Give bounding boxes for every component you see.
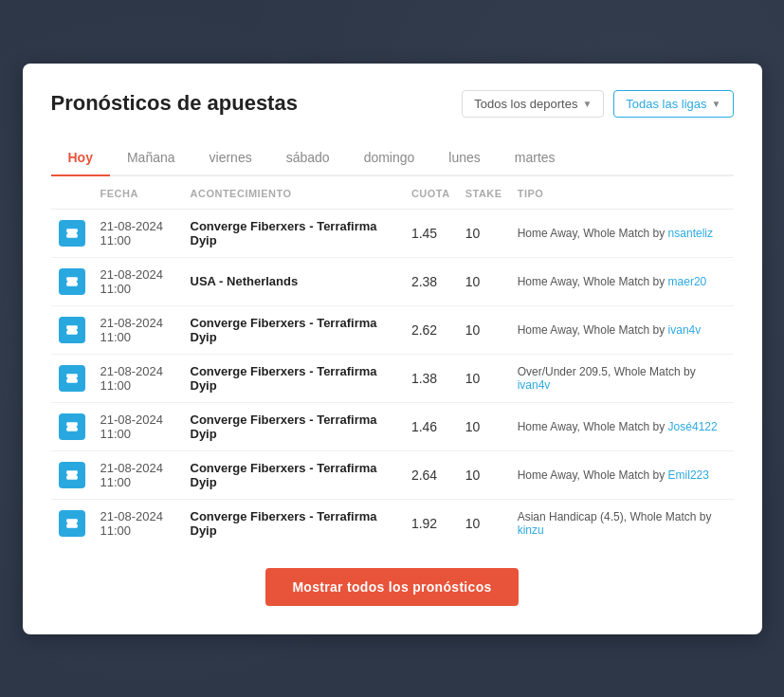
col-cuota: CUOTA <box>404 176 458 210</box>
sports-filter-button[interactable]: Todos los deportes ▼ <box>462 90 604 118</box>
tab-viernes[interactable]: viernes <box>192 140 269 176</box>
tab-sabado[interactable]: sábado <box>269 140 347 176</box>
main-card: Pronósticos de apuestas Todos los deport… <box>23 64 762 634</box>
user-link[interactable]: ivan4v <box>668 323 702 337</box>
col-stake: STAKE <box>458 176 510 210</box>
table-body: 21-08-202411:00Converge Fiberxers - Terr… <box>51 209 734 547</box>
user-link[interactable]: ivan4v <box>518 378 551 392</box>
table-row: 21-08-202411:00Converge Fiberxers - Terr… <box>51 209 734 257</box>
event-date: 21-08-202411:00 <box>93 305 183 354</box>
col-acontecimiento: ACONTECIMIENTO <box>183 176 404 210</box>
user-link[interactable]: kinzu <box>518 523 544 537</box>
tab-martes[interactable]: martes <box>498 140 573 176</box>
ticket-icon-cell <box>51 354 93 402</box>
ticket-icon-cell <box>51 499 93 547</box>
event-name: Converge Fiberxers - Terrafirma Dyip <box>183 499 404 547</box>
col-tipo: TIPO <box>510 176 734 210</box>
event-name: Converge Fiberxers - Terrafirma Dyip <box>183 305 404 354</box>
tipo-value: Over/Under 209.5, Whole Match by ivan4v <box>510 354 734 402</box>
table-row: 21-08-202411:00Converge Fiberxers - Terr… <box>51 354 734 402</box>
event-date: 21-08-202411:00 <box>93 257 183 305</box>
stake-value: 10 <box>458 257 510 305</box>
tipo-value: Home Away, Whole Match by maer20 <box>510 257 734 305</box>
event-date: 21-08-202411:00 <box>93 354 183 402</box>
table-row: 21-08-202411:00Converge Fiberxers - Terr… <box>51 499 734 547</box>
tipo-value: Home Away, Whole Match by ivan4v <box>510 305 734 354</box>
stake-value: 10 <box>458 209 510 257</box>
table-row: 21-08-202411:00Converge Fiberxers - Terr… <box>51 450 734 499</box>
cuota-value: 1.92 <box>404 499 458 547</box>
event-name: Converge Fiberxers - Terrafirma Dyip <box>183 209 404 257</box>
tab-hoy[interactable]: Hoy <box>51 140 110 176</box>
ticket-icon <box>59 365 85 392</box>
ticket-icon <box>59 510 85 537</box>
table-row: 21-08-202411:00USA - Netherlands2.3810Ho… <box>51 257 734 305</box>
col-fecha: FECHA <box>93 176 183 210</box>
show-all-button[interactable]: Mostrar todos los pronósticos <box>265 568 518 606</box>
cuota-value: 1.45 <box>404 209 458 257</box>
event-date: 21-08-202411:00 <box>93 450 183 499</box>
tab-lunes[interactable]: lunes <box>431 140 497 176</box>
ticket-icon <box>59 413 85 440</box>
tipo-value: Asian Handicap (4.5), Whole Match by kin… <box>510 499 734 547</box>
tab-domingo[interactable]: domingo <box>347 140 432 176</box>
stake-value: 10 <box>458 499 510 547</box>
ticket-icon-cell <box>51 305 93 354</box>
tipo-value: Home Away, Whole Match by José4122 <box>510 402 734 450</box>
ticket-icon <box>59 220 85 247</box>
sports-filter-label: Todos los deportes <box>474 97 577 111</box>
tipo-value: Home Away, Whole Match by Emil223 <box>510 450 734 499</box>
event-name: Converge Fiberxers - Terrafirma Dyip <box>183 354 404 402</box>
event-date: 21-08-202411:00 <box>93 209 183 257</box>
cuota-value: 1.38 <box>404 354 458 402</box>
stake-value: 10 <box>458 450 510 499</box>
leagues-filter-label: Todas las ligas <box>626 97 706 111</box>
ticket-icon-cell <box>51 209 93 257</box>
chevron-down-icon: ▼ <box>712 99 721 109</box>
cuota-value: 2.62 <box>404 305 458 354</box>
stake-value: 10 <box>458 305 510 354</box>
stake-value: 10 <box>458 354 510 402</box>
cuota-value: 2.64 <box>404 450 458 499</box>
ticket-icon-cell <box>51 450 93 499</box>
cuota-value: 1.46 <box>404 402 458 450</box>
stake-value: 10 <box>458 402 510 450</box>
table-row: 21-08-202411:00Converge Fiberxers - Terr… <box>51 402 734 450</box>
card-header: Pronósticos de apuestas Todos los deport… <box>51 90 734 118</box>
ticket-icon-cell <box>51 402 93 450</box>
ticket-icon <box>59 462 85 488</box>
user-link[interactable]: maer20 <box>668 275 707 288</box>
cuota-value: 2.38 <box>404 257 458 305</box>
ticket-icon-cell <box>51 257 93 305</box>
chevron-down-icon: ▼ <box>582 99 592 109</box>
user-link[interactable]: José4122 <box>668 420 718 433</box>
header-filters: Todos los deportes ▼ Todas las ligas ▼ <box>462 90 733 118</box>
table-header-row: FECHA ACONTECIMIENTO CUOTA STAKE TIPO <box>51 176 734 210</box>
user-link[interactable]: nsanteliz <box>668 227 713 240</box>
event-name: USA - Netherlands <box>183 257 404 305</box>
col-icon <box>51 176 93 210</box>
event-date: 21-08-202411:00 <box>93 402 183 450</box>
table-row: 21-08-202411:00Converge Fiberxers - Terr… <box>51 305 734 354</box>
predictions-table: FECHA ACONTECIMIENTO CUOTA STAKE TIPO 21… <box>51 176 734 547</box>
event-name: Converge Fiberxers - Terrafirma Dyip <box>183 402 404 450</box>
tab-manana[interactable]: Mañana <box>110 140 192 176</box>
tabs-bar: HoyMañanaviernessábadodomingolunesmartes <box>51 140 734 176</box>
ticket-icon <box>59 268 85 295</box>
page-title: Pronósticos de apuestas <box>51 91 298 116</box>
user-link[interactable]: Emil223 <box>668 468 709 482</box>
ticket-icon <box>59 317 85 343</box>
event-name: Converge Fiberxers - Terrafirma Dyip <box>183 450 404 499</box>
tipo-value: Home Away, Whole Match by nsanteliz <box>510 209 734 257</box>
event-date: 21-08-202411:00 <box>93 499 183 547</box>
leagues-filter-button[interactable]: Todas las ligas ▼ <box>613 90 733 118</box>
